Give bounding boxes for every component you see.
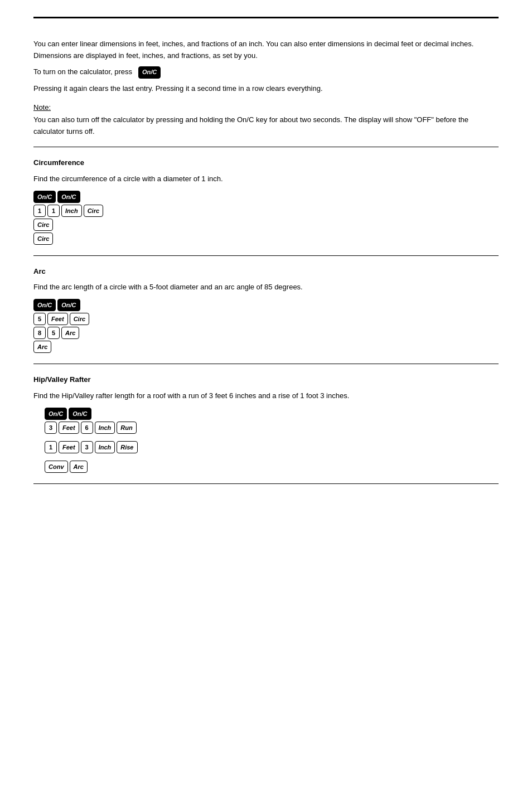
onc-key[interactable]: On/C — [57, 191, 80, 203]
hip-body: Find the Hip/Valley rafter length for a … — [33, 390, 499, 402]
arc-seq-line-3: 8 5 Arc — [33, 327, 499, 339]
key-5[interactable]: 5 — [47, 327, 60, 339]
onc-key[interactable]: On/C — [45, 408, 67, 420]
section-intro: You can enter linear dimensions in feet,… — [33, 28, 499, 147]
feet-key[interactable]: Feet — [59, 441, 79, 453]
section-circumference: Circumference Find the circumference of … — [33, 147, 499, 256]
spacer — [33, 435, 499, 441]
intro-paragraph-2: To turn on the calculator, press On/C — [33, 66, 499, 79]
hip-key-sequence: On/C On/C 3 Feet 6 Inch Run 1 Feet 3 — [33, 408, 499, 473]
arc-seq-line-4: Arc — [33, 341, 499, 353]
key-5[interactable]: 5 — [33, 313, 46, 325]
hip-group-2: 1 Feet 3 Inch Rise — [33, 441, 499, 453]
run-key[interactable]: Run — [117, 422, 136, 434]
spacer — [33, 455, 499, 461]
circ-body: Find the circumference of a circle with … — [33, 173, 499, 185]
section-hip-valley: Hip/Valley Rafter Find the Hip/Valley ra… — [33, 364, 499, 484]
note-label: Note: — [33, 103, 51, 112]
intro-paragraph-3: Pressing it again clears the last entry.… — [33, 83, 499, 95]
feet-key[interactable]: Feet — [47, 313, 68, 325]
hip-group-1: On/C On/C 3 Feet 6 Inch Run — [33, 408, 499, 434]
inch-key[interactable]: Inch — [95, 441, 115, 453]
feet-key[interactable]: Feet — [59, 422, 79, 434]
hip-seq-line-3: 1 Feet 3 Inch Rise — [45, 441, 499, 453]
circ-seq-line-3: Circ — [33, 219, 499, 231]
circ-key[interactable]: Circ — [84, 205, 103, 217]
inch-key[interactable]: Inch — [61, 205, 82, 217]
key-1[interactable]: 1 — [45, 441, 57, 453]
onc-key-inline[interactable]: On/C — [138, 66, 161, 79]
page: You can enter linear dimensions in feet,… — [0, 0, 532, 506]
hip-seq-line-4: Conv Arc — [45, 461, 499, 473]
onc-key[interactable]: On/C — [69, 408, 91, 420]
key-6[interactable]: 6 — [81, 422, 93, 434]
circ-seq-line-4: Circ — [33, 233, 499, 245]
arc-key[interactable]: Arc — [61, 327, 79, 339]
arc-key-sequence: On/C On/C 5 Feet Circ 8 5 Arc Arc — [33, 299, 499, 353]
onc-key[interactable]: On/C — [33, 191, 56, 203]
arc-body: Find the arc length of a circle with a 5… — [33, 282, 499, 293]
hip-seq-line-2: 3 Feet 6 Inch Run — [45, 422, 499, 434]
key-1[interactable]: 1 — [47, 205, 60, 217]
arc-key[interactable]: Arc — [70, 461, 88, 473]
onc-key[interactable]: On/C — [57, 299, 80, 311]
circ-key[interactable]: Circ — [33, 219, 53, 231]
key-3[interactable]: 3 — [45, 422, 57, 434]
onc-key[interactable]: On/C — [33, 299, 56, 311]
circ-header: Circumference — [33, 157, 499, 169]
hip-header: Hip/Valley Rafter — [33, 374, 499, 386]
arc-key[interactable]: Arc — [33, 341, 51, 353]
hip-seq-line-1: On/C On/C — [45, 408, 499, 420]
key-1[interactable]: 1 — [33, 205, 46, 217]
key-8[interactable]: 8 — [33, 327, 46, 339]
key-3[interactable]: 3 — [81, 441, 93, 453]
inch-key[interactable]: Inch — [95, 422, 115, 434]
circ-seq-line-1: On/C On/C — [33, 191, 499, 203]
circ-key[interactable]: Circ — [33, 233, 53, 245]
rise-key[interactable]: Rise — [117, 441, 137, 453]
circ-key[interactable]: Circ — [70, 313, 89, 325]
circ-seq-line-2: 1 1 Inch Circ — [33, 205, 499, 217]
note-text: You can also turn off the calculator by … — [33, 114, 499, 138]
circ-key-sequence: On/C On/C 1 1 Inch Circ Circ Circ — [33, 191, 499, 245]
intro-paragraph-1: You can enter linear dimensions in feet,… — [33, 38, 499, 62]
top-rule — [33, 17, 499, 18]
hip-group-3: Conv Arc — [33, 461, 499, 473]
arc-header: Arc — [33, 266, 499, 278]
arc-seq-line-1: On/C On/C — [33, 299, 499, 311]
arc-seq-line-2: 5 Feet Circ — [33, 313, 499, 325]
section-arc: Arc Find the arc length of a circle with… — [33, 256, 499, 365]
conv-key[interactable]: Conv — [45, 461, 68, 473]
note-block: Note: You can also turn off the calculat… — [33, 100, 499, 138]
